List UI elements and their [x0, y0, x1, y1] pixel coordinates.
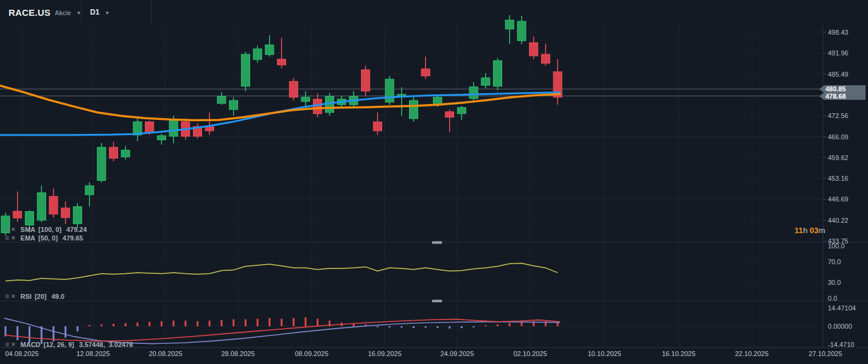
time-axis-area[interactable] — [0, 348, 868, 364]
indicator-params: [100, 0] — [38, 226, 61, 233]
symbol-selector[interactable]: RACE.US Akcie ▼ — [9, 0, 82, 24]
instrument-type-label: Akcie — [55, 10, 71, 16]
indicator-remove-icon[interactable]: ✕ — [11, 341, 16, 348]
indicator-legend-sma: ≡ ✕ SMA [100, 0] 479.24 — [5, 225, 87, 234]
candles-layer — [1, 15, 562, 236]
indicator-remove-icon[interactable]: ✕ — [11, 293, 16, 300]
countdown-minutes: 03 — [810, 226, 818, 235]
indicator-name: RSI — [21, 293, 32, 300]
topbar-separator — [151, 0, 152, 24]
timeframe-selector[interactable]: D1 ▼ — [90, 0, 110, 24]
indicator-settings-icon[interactable]: ≡ — [5, 226, 9, 233]
rsi-line — [5, 263, 558, 281]
indicator-value: 479.24 — [66, 226, 87, 233]
symbol-label: RACE.US — [9, 7, 51, 18]
indicator-legend-ema: ≡ ✕ EMA [50, 0] 479.65 — [5, 234, 83, 242]
countdown-hours: 11 — [794, 226, 803, 235]
timeframe-label: D1 — [90, 8, 99, 16]
indicator-params: [20] — [35, 293, 47, 300]
pane-resize-handle[interactable] — [432, 242, 442, 244]
indicator-value: 479.65 — [63, 234, 83, 242]
chart-topbar: RACE.US Akcie ▼ D1 ▼ — [0, 0, 868, 24]
indicator-legend-macd: ≡ ✕ MACD [12, 26, 9] 3.57448, 3.02478 — [5, 340, 133, 349]
countdown-minutes-unit: m — [818, 226, 825, 235]
indicator-params: [12, 26, 9] — [44, 341, 74, 348]
candle-countdown: 11h03m — [786, 226, 825, 235]
trading-chart-window: 498.43491.96485.49472.56466.09459.62453.… — [0, 0, 868, 364]
indicator-params: [50, 0] — [38, 234, 58, 242]
chevron-down-icon: ▼ — [105, 10, 110, 16]
indicator-settings-icon[interactable]: ≡ — [5, 293, 9, 300]
price-badge-current: 480.85 — [819, 85, 866, 93]
indicator-settings-icon[interactable]: ≡ — [5, 234, 9, 242]
indicator-remove-icon[interactable]: ✕ — [11, 226, 16, 233]
indicator-value: 49.0 — [51, 293, 64, 300]
price-badge-close: 478.68 — [819, 93, 866, 100]
indicator-name: EMA — [21, 234, 35, 242]
topbar-separator — [81, 0, 82, 24]
price-axis-area[interactable] — [823, 26, 868, 348]
countdown-hours-unit: h — [803, 226, 808, 235]
indicator-value: 3.57448, 3.02478 — [79, 341, 133, 348]
indicator-legend-rsi: ≡ ✕ RSI [20] 49.0 — [5, 292, 65, 301]
pane-resize-handle[interactable] — [432, 300, 442, 303]
indicator-name: MACD — [21, 341, 41, 348]
gridlines — [0, 26, 826, 348]
indicator-settings-icon[interactable]: ≡ — [5, 341, 9, 348]
indicator-name: SMA — [21, 226, 35, 233]
chart-canvas[interactable]: 498.43491.96485.49472.56466.09459.62453.… — [0, 0, 868, 364]
indicator-remove-icon[interactable]: ✕ — [11, 234, 16, 242]
